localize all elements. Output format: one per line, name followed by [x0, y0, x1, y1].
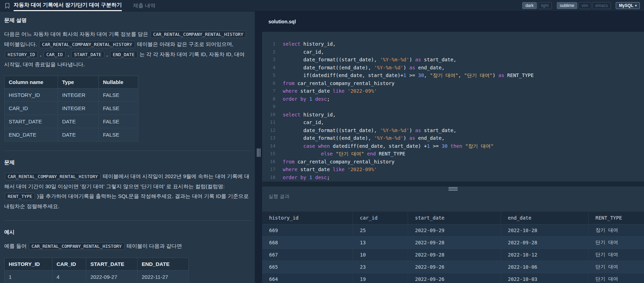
- code-line: 18order by 1 desc;: [262, 174, 644, 182]
- code-line-content: order by 1 desc;: [283, 95, 330, 103]
- table-cell: 2022-11-27: [138, 270, 189, 283]
- table-cell: DATE: [58, 128, 99, 142]
- results-section: 실행 결과 history_idcar_idstart_dateend_date…: [262, 191, 644, 283]
- keymap-emacs-button[interactable]: emacs: [592, 2, 611, 9]
- table-cell: 2022-09-26: [408, 273, 501, 283]
- table-cell: 23: [353, 261, 408, 273]
- table-cell: 1: [5, 270, 52, 283]
- code-line: 14 case when datediff(end_date, start_da…: [262, 142, 644, 150]
- table-row: START_DATEDATEFALSE: [5, 115, 138, 128]
- table-cell: 4: [52, 270, 86, 283]
- bookmark-icon[interactable]: [0, 0, 14, 11]
- code-line: 13 date_format((end_date), '%Y-%m-%d') a…: [262, 134, 644, 142]
- language-select[interactable]: MySQL ▾: [616, 2, 640, 9]
- line-number: 14: [262, 142, 275, 150]
- results-splitter[interactable]: [262, 186, 644, 191]
- language-label: MySQL: [619, 2, 633, 9]
- table-cell: 단기 대여: [589, 237, 644, 249]
- results-label: 실행 결과: [262, 191, 644, 200]
- table-cell: FALSE: [99, 102, 138, 115]
- inline-code-chip: CAR_RENTAL_COMPANY_RENTAL_HISTORY: [29, 243, 124, 250]
- table-cell: FALSE: [99, 128, 138, 142]
- table-cell: 2022-09-28: [408, 237, 501, 249]
- editor-panel: solution.sql 1select history_id,2 car_id…: [262, 12, 644, 283]
- code-line: 17where start_date like '2022-09%': [262, 166, 644, 174]
- table-cell: 2022-10-28: [501, 224, 589, 237]
- column-header: HISTORY_ID: [5, 258, 52, 270]
- line-number: 12: [262, 127, 275, 135]
- code-line-content: date_format((end_date), '%Y-%m-%d') as e…: [283, 134, 445, 142]
- section-heading-example: 예시: [4, 229, 251, 236]
- line-number: 16: [262, 158, 275, 166]
- table-cell: 665: [262, 261, 353, 273]
- line-number: 18: [262, 174, 275, 182]
- column-header: history_id: [262, 212, 353, 224]
- tab-submissions[interactable]: 제출 내역: [133, 0, 155, 11]
- table-row: 142022-09-272022-11-27: [5, 270, 189, 283]
- tab-problem[interactable]: 자동차 대여 기록에서 장기/단기 대여 구분하기: [14, 0, 122, 11]
- table-row: 669252022-09-292022-10-28장기 대여: [262, 224, 644, 237]
- line-number: 13: [262, 134, 275, 142]
- table-row: CAR_IDINTEGERFALSE: [5, 102, 138, 115]
- table-cell: 단기 대여: [589, 249, 644, 261]
- inline-code-chip: CAR_RENTAL_COMPANY_RENTAL_HISTORY: [39, 41, 135, 48]
- table-cell: 669: [262, 224, 353, 237]
- table-cell: 10: [353, 249, 408, 261]
- table-cell: INTEGER: [58, 89, 99, 102]
- panel-splitter[interactable]: [255, 12, 262, 283]
- column-header: RENT_TYPE: [589, 212, 644, 224]
- code-editor[interactable]: 1select history_id,2 car_id,3 date_forma…: [262, 32, 644, 182]
- table-row: HISTORY_IDINTEGERFALSE: [5, 89, 138, 102]
- table-cell: FALSE: [99, 115, 138, 128]
- table-cell: DATE: [58, 115, 99, 128]
- line-number: 10: [262, 111, 275, 119]
- problem-description-text: 다음은 어느 자동차 대여 회사의 자동차 대여 기록 정보를 담은 CAR_R…: [4, 29, 251, 69]
- keymap-vim-button[interactable]: vim: [578, 2, 591, 9]
- code-line-content: date_format((end_date), '%Y-%m-%d') as e…: [283, 64, 445, 72]
- table-header-row: Column nameTypeNullable: [5, 76, 138, 89]
- code-line: 5 if(datediff(end_date, start_date)+1 >=…: [262, 71, 644, 79]
- column-header: Nullable: [99, 76, 138, 89]
- code-line: 9: [262, 103, 644, 111]
- inline-code-chip: CAR_ID: [44, 51, 66, 58]
- code-line-content: from car_rental_company_rental_history: [283, 79, 394, 87]
- table-cell: HISTORY_ID: [5, 89, 58, 102]
- table-row: 665232022-09-262022-10-06단기 대여: [262, 261, 644, 273]
- inline-code-chip: START_DATE: [71, 51, 104, 58]
- code-line-content: date_format((start_date), '%Y-%m-%d') as…: [283, 127, 456, 135]
- code-line: 16from car_rental_company_rental_history: [262, 158, 644, 166]
- code-line-content: date_format((start_date), '%Y-%m-%d') as…: [283, 56, 456, 64]
- code-line-content: where start_date like '2022-09%': [283, 87, 377, 95]
- line-number: 7: [262, 87, 275, 95]
- table-cell: CAR_ID: [5, 102, 58, 115]
- table-cell: 667: [262, 249, 353, 261]
- section-divider: [4, 220, 251, 221]
- code-line: 7where start_date like '2022-09%': [262, 87, 644, 95]
- table-row: 664192022-09-262022-10-03단기 대여: [262, 273, 644, 283]
- code-line: 1select history_id,: [262, 40, 644, 48]
- column-header: START_DATE: [86, 258, 138, 270]
- theme-dark-button[interactable]: dark: [522, 2, 536, 9]
- table-cell: 19: [353, 273, 408, 283]
- topbar-controls: dark light sublime vim emacs MySQL ▾: [522, 0, 644, 11]
- table-cell: INTEGER: [58, 102, 99, 115]
- code-line-content: order by 1 desc;: [283, 174, 330, 182]
- line-number: 3: [262, 56, 275, 64]
- bookmark-icon-glyph: [5, 3, 10, 9]
- inline-code-chip: END_DATE: [110, 51, 138, 58]
- editor-hscrollbar[interactable]: [262, 182, 644, 186]
- editor-filename: solution.sql: [268, 19, 296, 24]
- keymap-sublime-button[interactable]: sublime: [557, 2, 577, 9]
- code-line-content: where start_date like '2022-09%': [283, 166, 377, 174]
- splitter-grip-icon: [257, 148, 260, 157]
- line-number: 6: [262, 79, 275, 87]
- line-number: 9: [262, 103, 275, 111]
- problem-panel[interactable]: 문제 설명 다음은 어느 자동차 대여 회사의 자동차 대여 기록 정보를 담은…: [0, 12, 255, 283]
- table-cell: 2022-09-28: [501, 237, 589, 249]
- theme-light-button[interactable]: light: [538, 2, 552, 9]
- code-line: 11 car_id,: [262, 118, 644, 127]
- code-line: 12 date_format((start_date), '%Y-%m-%d')…: [262, 127, 644, 135]
- line-number: 2: [262, 48, 275, 56]
- table-cell: 2022-10-03: [501, 273, 589, 283]
- line-number: 4: [262, 64, 275, 72]
